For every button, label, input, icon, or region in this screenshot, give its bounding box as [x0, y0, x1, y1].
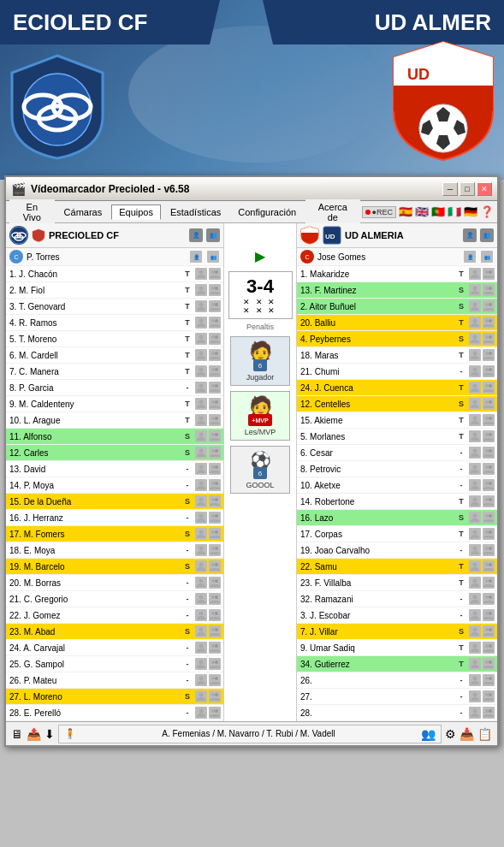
player-photo-group[interactable]	[483, 609, 495, 621]
player-photo-single[interactable]	[195, 642, 207, 654]
left-coach-photo1[interactable]: 👤	[190, 251, 202, 263]
export-icon[interactable]: 📤	[27, 727, 41, 741]
left-photo-icon1[interactable]: 👤	[189, 228, 203, 242]
player-photo-group[interactable]	[483, 690, 495, 702]
player-photo-group[interactable]	[209, 284, 221, 296]
player-photo-group[interactable]	[209, 690, 221, 702]
download-icon[interactable]: ⬇	[44, 727, 55, 741]
player-photo-group[interactable]	[483, 300, 495, 312]
player-photo-group[interactable]	[483, 528, 495, 540]
player-photo-single[interactable]	[469, 690, 481, 702]
player-photo-single[interactable]	[469, 398, 481, 410]
player-photo-single[interactable]	[195, 690, 207, 702]
player-photo-group[interactable]	[209, 674, 221, 686]
player-photo-single[interactable]	[469, 625, 481, 637]
player-photo-single[interactable]	[195, 707, 207, 719]
player-photo-single[interactable]	[195, 593, 207, 605]
player-photo-single[interactable]	[469, 317, 481, 329]
player-photo-group[interactable]	[483, 398, 495, 410]
player-photo-single[interactable]	[195, 479, 207, 491]
player-photo-single[interactable]	[195, 528, 207, 540]
player-photo-group[interactable]	[483, 365, 495, 377]
player-photo-single[interactable]	[195, 382, 207, 394]
player-photo-single[interactable]	[195, 430, 207, 442]
player-photo-single[interactable]	[469, 609, 481, 621]
player-photo-group[interactable]	[483, 268, 495, 280]
player-photo-single[interactable]	[469, 447, 481, 459]
player-photo-group[interactable]	[209, 593, 221, 605]
tab-equipos[interactable]: Equipos	[111, 204, 161, 220]
player-photo-single[interactable]	[195, 544, 207, 556]
player-photo-single[interactable]	[195, 317, 207, 329]
player-photo-single[interactable]	[195, 625, 207, 637]
player-photo-group[interactable]	[483, 479, 495, 491]
player-photo-group[interactable]	[209, 625, 221, 637]
monitor-icon[interactable]: 🖥	[11, 727, 23, 741]
player-photo-group[interactable]	[209, 398, 221, 410]
player-photo-single[interactable]	[195, 365, 207, 377]
player-photo-group[interactable]	[483, 495, 495, 507]
left-coach-photo2[interactable]: 👥	[207, 251, 219, 263]
player-photo-single[interactable]	[195, 463, 207, 475]
player-photo-single[interactable]	[195, 349, 207, 361]
player-photo-single[interactable]	[195, 398, 207, 410]
player-photo-single[interactable]	[195, 495, 207, 507]
player-photo-single[interactable]	[469, 268, 481, 280]
player-photo-group[interactable]	[483, 658, 495, 670]
player-photo-single[interactable]	[469, 642, 481, 654]
player-photo-group[interactable]	[483, 544, 495, 556]
player-photo-single[interactable]	[469, 284, 481, 296]
player-photo-group[interactable]	[483, 430, 495, 442]
player-photo-single[interactable]	[469, 658, 481, 670]
player-photo-single[interactable]	[469, 382, 481, 394]
player-photo-group[interactable]	[483, 447, 495, 459]
player-photo-group[interactable]	[209, 609, 221, 621]
tab-estadisticas[interactable]: Estadísticas	[163, 204, 228, 220]
player-photo-group[interactable]	[209, 317, 221, 329]
player-photo-single[interactable]	[469, 528, 481, 540]
player-photo-group[interactable]	[209, 544, 221, 556]
player-photo-single[interactable]	[469, 512, 481, 524]
tab-en-vivo[interactable]: En Vivo	[9, 199, 55, 225]
player-photo-group[interactable]	[483, 382, 495, 394]
player-photo-group[interactable]	[483, 625, 495, 637]
player-photo-single[interactable]	[195, 284, 207, 296]
minimize-button[interactable]: ─	[442, 182, 458, 196]
player-photo-group[interactable]	[209, 365, 221, 377]
player-photo-group[interactable]	[209, 658, 221, 670]
tab-acerca-de[interactable]: Acerca de	[305, 199, 359, 225]
player-photo-single[interactable]	[469, 333, 481, 345]
player-photo-group[interactable]	[483, 593, 495, 605]
player-photo-single[interactable]	[195, 674, 207, 686]
player-photo-single[interactable]	[469, 707, 481, 719]
player-photo-group[interactable]	[209, 495, 221, 507]
tab-configuracion[interactable]: Configuración	[230, 204, 304, 220]
player-photo-single[interactable]	[195, 333, 207, 345]
right-coach-photo1[interactable]: 👤	[464, 251, 476, 263]
player-photo-group[interactable]	[209, 349, 221, 361]
player-photo-group[interactable]	[209, 333, 221, 345]
player-photo-group[interactable]	[483, 560, 495, 572]
settings-icon[interactable]: ⚙	[445, 727, 456, 741]
player-photo-group[interactable]	[209, 268, 221, 280]
player-photo-single[interactable]	[469, 495, 481, 507]
maximize-button[interactable]: □	[460, 182, 475, 196]
player-photo-group[interactable]	[209, 414, 221, 426]
player-photo-single[interactable]	[469, 349, 481, 361]
player-photo-group[interactable]	[209, 642, 221, 654]
player-photo-group[interactable]	[483, 512, 495, 524]
player-photo-group[interactable]	[209, 300, 221, 312]
tab-camaras[interactable]: Cámaras	[56, 204, 110, 220]
play-button[interactable]: ▶	[252, 247, 269, 264]
player-photo-group[interactable]	[209, 707, 221, 719]
player-photo-single[interactable]	[469, 577, 481, 589]
player-photo-single[interactable]	[469, 479, 481, 491]
player-photo-single[interactable]	[195, 577, 207, 589]
player-photo-group[interactable]	[483, 674, 495, 686]
help-icon[interactable]: ❓	[480, 205, 494, 218]
player-photo-single[interactable]	[469, 365, 481, 377]
player-photo-group[interactable]	[483, 463, 495, 475]
share-icon[interactable]: 📋	[477, 727, 492, 741]
player-photo-group[interactable]	[209, 430, 221, 442]
right-photo-icon1[interactable]: 👤	[463, 228, 477, 242]
